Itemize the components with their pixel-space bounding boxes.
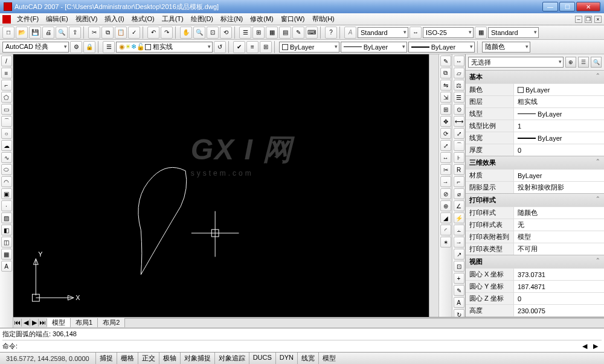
spline-icon[interactable]: ∿ <box>1 152 12 163</box>
prop-value[interactable]: 230.0075 <box>514 305 604 316</box>
menu-edit[interactable]: 编辑(E) <box>42 13 72 25</box>
prop-row[interactable]: 圆心 Y 坐标187.4871 <box>466 280 604 292</box>
scale-icon[interactable]: ⤢ <box>440 140 451 151</box>
match-button[interactable]: ✓ <box>128 27 140 39</box>
region-icon[interactable]: ◫ <box>1 237 12 247</box>
list-icon[interactable]: ☰ <box>454 92 464 103</box>
gradient-icon[interactable]: ◧ <box>1 225 12 235</box>
menu-modify[interactable]: 修改(M) <box>246 13 277 25</box>
distance-icon[interactable]: ↔ <box>454 56 464 66</box>
fillet-icon[interactable]: ◜ <box>440 225 451 235</box>
zoom-prev-button[interactable]: ⟲ <box>220 27 232 39</box>
linetype-combo[interactable]: ByLayer <box>341 42 407 53</box>
polygon-icon[interactable]: ⬠ <box>1 92 12 103</box>
id-icon[interactable]: ⊙ <box>454 104 464 115</box>
rectangle-icon[interactable]: ▭ <box>1 104 12 115</box>
menu-view[interactable]: 视图(V) <box>72 13 101 25</box>
text-style-icon[interactable]: A <box>344 27 356 39</box>
prop-row[interactable]: 线宽 ByLayer <box>466 132 604 144</box>
prop-row[interactable]: 颜色ByLayer <box>466 83 604 95</box>
array-icon[interactable]: ⊞ <box>440 104 451 115</box>
dim-radius-icon[interactable]: R <box>454 164 464 175</box>
layer-combo[interactable]: ◉☀❄🔓 粗实线 <box>116 42 213 53</box>
table-style-icon[interactable]: ▦ <box>475 27 487 39</box>
toggle-pickadd-button[interactable]: ⊕ <box>565 57 576 68</box>
quick-select-button[interactable]: 🔍 <box>591 57 602 68</box>
join-icon[interactable]: ⊕ <box>440 200 451 211</box>
dim-arc-icon[interactable]: ⌒ <box>454 140 464 151</box>
rotate-icon[interactable]: ⟳ <box>440 128 451 139</box>
redo-button[interactable]: ↷ <box>161 27 173 39</box>
dim-edit-icon[interactable]: ✎ <box>454 285 464 296</box>
explode-icon[interactable]: ✶ <box>440 237 451 247</box>
offset-icon[interactable]: ⇲ <box>440 92 451 103</box>
menu-tools[interactable]: 工具(T) <box>158 13 187 25</box>
polyline-icon[interactable]: ⌐ <box>1 80 12 91</box>
dim-linear-icon[interactable]: ⟷ <box>454 116 464 127</box>
layer-states-button[interactable]: ⊞ <box>260 41 272 53</box>
dim-jogged-icon[interactable]: ⌐ <box>454 176 464 187</box>
center-icon[interactable]: + <box>454 273 464 284</box>
move-icon[interactable]: ✥ <box>440 116 451 127</box>
extend-icon[interactable]: → <box>440 176 451 187</box>
stretch-icon[interactable]: ↔ <box>440 152 451 163</box>
doc-restore-button[interactable]: ❐ <box>585 16 592 23</box>
leader-icon[interactable]: ↗ <box>454 249 464 260</box>
menu-dimension[interactable]: 标注(N) <box>217 13 246 25</box>
menu-format[interactable]: 格式(O) <box>128 13 158 25</box>
prop-value[interactable]: 投射和接收阴影 <box>514 182 604 193</box>
menu-file[interactable]: 文件(F) <box>13 13 42 25</box>
coordinate-display[interactable]: 316.5772, 144.2598, 0.0000 <box>0 355 95 362</box>
tab-layout2[interactable]: 布局2 <box>98 318 125 327</box>
prop-row[interactable]: 高度230.0075 <box>466 304 604 316</box>
table-icon[interactable]: ▦ <box>1 249 12 260</box>
prop-row[interactable]: 打印样式表无 <box>466 219 604 231</box>
prop-value[interactable]: 0 <box>514 144 604 156</box>
area-icon[interactable]: ▱ <box>454 68 464 78</box>
tab-next-button[interactable]: ▶ <box>30 319 39 327</box>
zoom-rt-button[interactable]: 🔍 <box>193 27 205 39</box>
status-toggle-极轴[interactable]: 极轴 <box>159 353 180 364</box>
paste-button[interactable]: 📋 <box>115 27 127 39</box>
lineweight-combo[interactable]: ByLayer <box>408 42 475 53</box>
command-window[interactable]: 指定圆弧的端点: 306,148 命令: ◀ ▶ <box>0 328 604 352</box>
break-icon[interactable]: ⊘ <box>440 188 451 199</box>
layer-prev-button[interactable]: ↺ <box>214 41 226 53</box>
select-objects-button[interactable]: ☰ <box>578 57 589 68</box>
hatch-icon[interactable]: ▨ <box>1 212 12 223</box>
zoom-window-button[interactable]: ⊡ <box>207 27 219 39</box>
revision-cloud-icon[interactable]: ☁ <box>1 140 12 151</box>
menu-draw[interactable]: 绘图(D) <box>187 13 217 25</box>
dim-ordinate-icon[interactable]: ⊦ <box>454 152 464 163</box>
prop-row[interactable]: 打印样式随颜色 <box>466 206 604 219</box>
ellipse-icon[interactable]: ⬭ <box>1 164 12 175</box>
copy-icon[interactable]: ⧉ <box>440 68 451 78</box>
prop-section-header[interactable]: 打印样式⌃ <box>466 193 604 206</box>
toolbar-lock-button[interactable]: 🔒 <box>83 41 95 53</box>
layer-match-button[interactable]: ≡ <box>246 41 259 53</box>
workspace-settings-button[interactable]: ⚙ <box>70 41 82 53</box>
dim-quick-icon[interactable]: ⚡ <box>454 212 464 223</box>
cut-button[interactable]: ✂ <box>88 27 100 39</box>
prop-row[interactable]: 圆心 X 坐标373.0731 <box>466 268 604 280</box>
workspace-combo[interactable]: AutoCAD 经典 <box>2 42 69 53</box>
dim-style-icon[interactable]: ↔ <box>410 27 422 39</box>
prop-row[interactable]: 线型 ByLayer <box>466 107 604 120</box>
circle-icon[interactable]: ○ <box>1 128 12 139</box>
menu-window[interactable]: 窗口(W) <box>277 13 309 25</box>
close-button[interactable]: ✕ <box>576 2 600 11</box>
prop-row[interactable]: 打印表附着到模型 <box>466 231 604 243</box>
prop-value[interactable]: 不可用 <box>514 243 604 255</box>
status-toggle-DUCS[interactable]: DUCS <box>249 353 275 364</box>
plot-style-combo[interactable]: 随颜色 <box>482 42 530 53</box>
status-toggle-捕捉[interactable]: 捕捉 <box>95 353 117 364</box>
ellipse-arc-icon[interactable]: ◠ <box>1 176 12 187</box>
plot-button[interactable]: 🖨 <box>42 27 54 39</box>
prop-row[interactable]: 图层粗实线 <box>466 95 604 107</box>
status-toggle-线宽[interactable]: 线宽 <box>297 353 318 364</box>
prop-row[interactable]: 阴影显示投射和接收阴影 <box>466 181 604 193</box>
undo-button[interactable]: ↶ <box>147 27 159 39</box>
line-icon[interactable]: / <box>1 56 12 66</box>
prop-row[interactable]: 材质ByLayer <box>466 169 604 181</box>
text-style-combo[interactable]: Standard <box>358 27 408 38</box>
